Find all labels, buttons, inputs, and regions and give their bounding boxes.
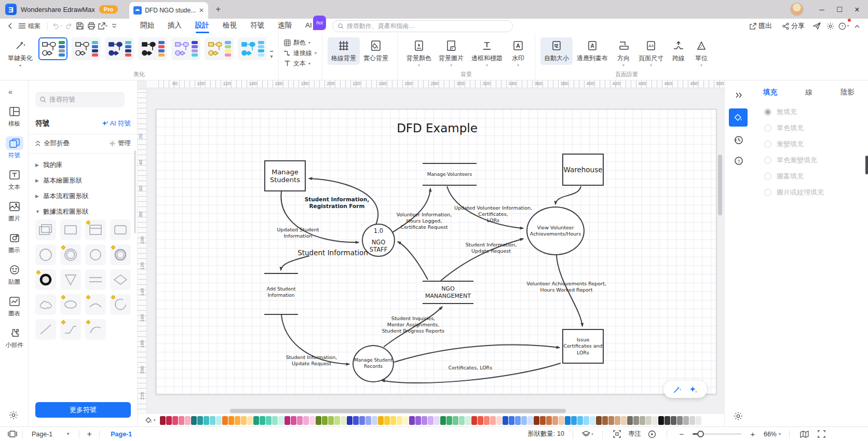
drawing-page[interactable]: DFD Example Manage Students Manage Volun… [156,109,716,394]
shape-line[interactable] [35,319,56,340]
shape-ellipse[interactable] [60,294,81,315]
save-icon[interactable] [74,20,86,32]
color-swatch[interactable] [459,416,465,425]
color-swatch[interactable] [465,416,471,425]
help-icon[interactable]: ?▾ [838,20,849,32]
node-manage-students[interactable]: Manage Students [264,160,306,191]
presentation-mode-icon[interactable] [6,431,19,437]
settings-gear-icon[interactable] [824,20,836,32]
toolbar-more-icon[interactable] [108,20,120,32]
watermark-button[interactable]: A 水印▾ [507,37,530,68]
shape-circle[interactable] [85,244,106,265]
shape-curve[interactable] [85,319,106,340]
edge-label[interactable]: Student Information [297,249,368,257]
share-button[interactable]: 分享 [778,21,809,31]
unit-button[interactable]: 單位▾ [690,37,713,68]
color-swatch[interactable] [534,416,539,425]
canvas-horizontal-scrollbar[interactable] [230,409,566,413]
color-swatch[interactable] [689,416,695,425]
category-my-library[interactable]: ▶我的庫 [35,157,131,173]
color-swatch[interactable] [397,416,402,425]
edge-label[interactable]: Updated Student Information [277,227,319,239]
connector-dropdown[interactable]: 連接線▾ [284,49,317,58]
edge-label[interactable]: Volunteer Achievements Report, Hours Wor… [526,281,606,293]
color-swatch[interactable] [409,416,415,425]
color-swatch[interactable] [471,416,477,425]
color-swatch[interactable] [640,416,645,425]
shape-rectangle[interactable] [60,219,81,240]
color-swatch[interactable] [559,416,564,425]
color-swatch[interactable] [658,416,664,425]
color-swatch[interactable] [615,416,620,425]
menu-symbols[interactable]: 符號 [243,19,271,33]
color-swatch[interactable] [222,416,228,425]
sidebar-item-text[interactable]: 文本 [0,168,29,191]
color-swatch[interactable] [484,416,490,425]
history-icon[interactable] [725,130,752,150]
menu-start[interactable]: 開始 [133,19,161,33]
color-swatch[interactable] [390,416,396,425]
shape-diamond[interactable] [110,269,131,290]
page-tab-active[interactable]: Page-1 [103,431,139,438]
node-manage-student-records[interactable]: Manage Student Records [352,345,394,382]
add-page-button[interactable]: + [83,430,96,439]
collapse-ribbon-icon[interactable] [851,20,863,32]
color-swatch[interactable] [328,416,334,425]
color-swatch[interactable] [540,416,546,425]
color-swatch[interactable] [291,416,296,425]
color-swatch[interactable] [696,416,701,425]
color-swatch[interactable] [633,416,639,425]
color-swatch[interactable] [621,416,627,425]
color-swatch[interactable] [403,416,409,425]
color-swatch[interactable] [228,416,234,425]
color-swatch[interactable] [316,416,321,425]
sidebar-item-widgets[interactable]: 小部件 [0,326,29,349]
collapse-panel-icon[interactable]: « [8,88,28,96]
canvas-vertical-scrollbar[interactable] [718,155,722,215]
text-dropdown[interactable]: 文本▾ [284,59,317,68]
color-swatch[interactable] [527,416,533,425]
fill-option-texture[interactable]: 圖片或紋理填充 [764,188,868,197]
window-scrollbar[interactable] [865,156,868,174]
minimize-button[interactable]: ─ [813,0,831,19]
theme-style-card[interactable] [38,37,67,60]
node-warehouse[interactable]: Warehouse [562,154,604,186]
edge-label[interactable]: Certificates, LORs [449,365,492,371]
color-swatch[interactable] [521,416,527,425]
color-swatch[interactable] [241,416,247,425]
cross-line-button[interactable]: 跨線 [667,37,690,65]
color-swatch[interactable] [235,416,240,425]
pan-map-icon[interactable] [798,431,810,438]
color-swatch[interactable] [185,416,191,425]
fit-screen-icon[interactable] [815,430,828,438]
menu-insert[interactable]: 插入 [161,19,188,33]
color-swatch[interactable] [602,416,608,425]
color-swatch[interactable] [359,416,365,425]
page-select-dropdown[interactable]: Page-1▼ [26,431,75,438]
canvas-area[interactable]: 8010012014016018020022024026028030032034… [138,80,724,414]
theme-style-card[interactable] [138,37,167,60]
color-swatch[interactable] [378,416,384,425]
document-tab[interactable]: DFD NGO stude... ✕ [129,2,208,19]
menu-view[interactable]: 檢視 [216,19,243,33]
color-swatch[interactable] [347,416,352,425]
shape-arc[interactable] [85,294,106,315]
color-swatch[interactable] [440,416,446,425]
color-swatch[interactable] [179,416,184,425]
color-swatch[interactable] [496,416,502,425]
fill-option-gradient[interactable]: 漸變填充 [764,140,868,149]
theme-style-card[interactable] [171,37,200,60]
zoom-slider-knob[interactable] [697,431,704,437]
color-swatch[interactable] [415,416,421,425]
color-swatch[interactable] [453,416,458,425]
menu-ai[interactable]: AIhot [299,19,319,33]
zoom-out-button[interactable]: − [675,430,688,438]
shape-external-entity-multi[interactable] [35,219,56,240]
color-swatch[interactable] [571,416,577,425]
edge-label[interactable]: Student Inquiries, Mentor Assignments, S… [382,315,444,334]
color-swatch[interactable] [191,416,197,425]
fill-option-none[interactable]: 無填充 [764,107,868,117]
zoom-level-dropdown[interactable]: 66%▾ [764,431,781,438]
fill-option-solid[interactable]: 單色填充 [764,123,868,133]
panel-help-icon[interactable]: ? [725,150,752,171]
